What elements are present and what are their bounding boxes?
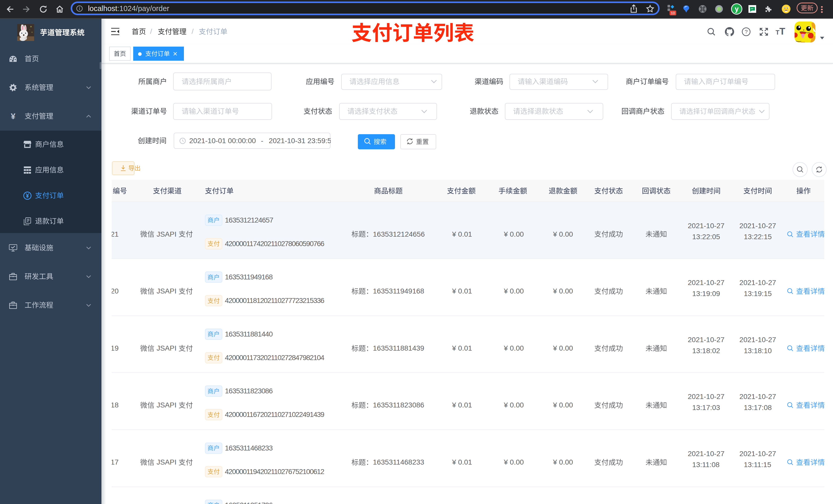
svg-text:?: ? bbox=[745, 29, 748, 34]
svg-text:y: y bbox=[735, 5, 738, 13]
